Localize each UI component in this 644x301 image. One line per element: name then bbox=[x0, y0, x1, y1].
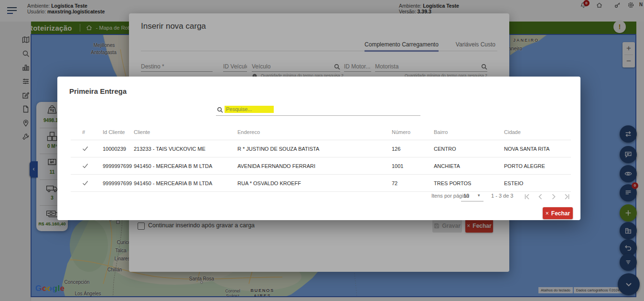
entregas-table: # Id Cliente Cliente Endereco Número Bai… bbox=[71, 124, 571, 192]
col-id-cliente: Id Cliente bbox=[103, 129, 134, 135]
row-check-icon[interactable] bbox=[71, 163, 103, 168]
modal-title: Primeira Entrega bbox=[69, 87, 127, 95]
col-num: # bbox=[71, 129, 103, 135]
per-page-underline bbox=[461, 201, 483, 201]
last-page-button[interactable] bbox=[563, 193, 571, 201]
items-per-page-select[interactable]: 10 bbox=[463, 193, 469, 199]
dropdown-caret-icon[interactable]: ▾ bbox=[478, 193, 480, 198]
app-root: Ambiente: Logística Teste Usuário: maxst… bbox=[0, 0, 644, 301]
first-page-button[interactable] bbox=[523, 193, 531, 201]
table-row[interactable]: 9999997699 941450 - MERCEARIA B M LTDA R… bbox=[71, 175, 571, 192]
col-cliente: Cliente bbox=[134, 129, 237, 135]
row-check-icon[interactable] bbox=[71, 146, 103, 151]
table-row[interactable]: 10000239 213233 - TAIS VUCKOVIC ME R * J… bbox=[71, 140, 571, 157]
search-icon bbox=[217, 107, 223, 113]
col-numero: Número bbox=[392, 129, 434, 135]
close-icon: × bbox=[546, 210, 549, 217]
search-placeholder: Pesquise... bbox=[225, 106, 274, 113]
prev-page-button[interactable] bbox=[537, 193, 544, 201]
pagination-range: 1 - 3 de 3 bbox=[491, 193, 513, 199]
table-header-row: # Id Cliente Cliente Endereco Número Bai… bbox=[71, 124, 571, 140]
table-row[interactable]: 9999997699 941450 - MERCEARIA B M LTDA A… bbox=[71, 157, 571, 175]
next-page-button[interactable] bbox=[550, 193, 558, 201]
col-cidade: Cidade bbox=[504, 129, 571, 135]
col-bairro: Bairro bbox=[434, 129, 504, 135]
col-endereco: Endereco bbox=[237, 129, 392, 135]
fechar-button-primeira-entrega[interactable]: × Fechar bbox=[543, 207, 573, 219]
search-input[interactable]: Pesquise... bbox=[225, 106, 274, 112]
modal-primeira-entrega: Primeira Entrega Pesquise... # Id Client… bbox=[57, 77, 580, 220]
row-check-icon[interactable] bbox=[71, 180, 103, 186]
search-underline bbox=[216, 115, 420, 116]
